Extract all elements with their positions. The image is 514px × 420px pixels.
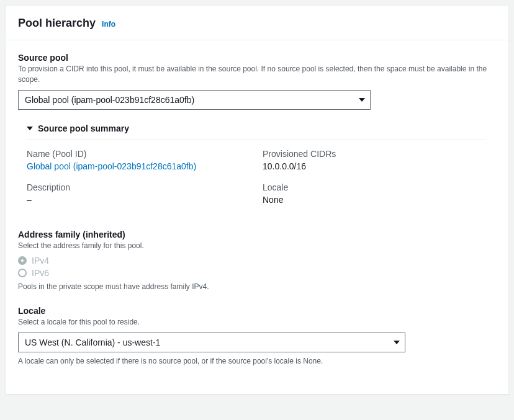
locale-label: Locale xyxy=(18,306,496,316)
radio-ipv6: IPv6 xyxy=(18,268,496,278)
summary-cidrs-label: Provisioned CIDRs xyxy=(263,149,486,159)
summary-locale: Locale None xyxy=(263,182,486,205)
radio-icon xyxy=(18,256,27,265)
locale-description: Select a locale for this pool to reside. xyxy=(18,317,496,328)
summary-name-label: Name (Pool ID) xyxy=(27,149,250,159)
address-family-hint: Pools in the private scope must have add… xyxy=(18,282,496,292)
summary-name-value-link[interactable]: Global pool (ipam-pool-023b91cf28c61a0fb… xyxy=(27,161,250,171)
locale-hint: A locale can only be selected if there i… xyxy=(18,356,496,367)
panel-body: Source pool To provision a CIDR into thi… xyxy=(6,40,508,394)
chevron-down-icon xyxy=(27,127,33,130)
source-pool-description: To provision a CIDR into this pool, it m… xyxy=(18,64,496,85)
locale-field: Locale Select a locale for this pool to … xyxy=(18,306,496,367)
radio-ipv4: IPv4 xyxy=(18,256,496,266)
source-pool-summary: Source pool summary Name (Pool ID) Globa… xyxy=(27,123,496,208)
panel-title: Pool hierarchy xyxy=(18,17,96,30)
locale-select-value: US West (N. California) - us-west-1 xyxy=(25,337,160,347)
address-family-field: Address family (inherited) Select the ad… xyxy=(18,230,496,293)
source-pool-label: Source pool xyxy=(18,53,496,63)
address-family-description: Select the address family for this pool. xyxy=(18,241,496,251)
chevron-down-icon xyxy=(394,341,400,344)
summary-name-pool-id: Name (Pool ID) Global pool (ipam-pool-02… xyxy=(27,149,250,171)
summary-header-label: Source pool summary xyxy=(38,123,129,133)
locale-select[interactable]: US West (N. California) - us-west-1 xyxy=(18,333,405,352)
summary-toggle[interactable]: Source pool summary xyxy=(27,123,129,133)
summary-cidrs-value: 10.0.0.0/16 xyxy=(263,161,486,171)
radio-ipv4-label: IPv4 xyxy=(32,256,49,266)
address-family-label: Address family (inherited) xyxy=(18,230,496,239)
panel-header: Pool hierarchy Info xyxy=(6,6,508,40)
summary-provisioned-cidrs: Provisioned CIDRs 10.0.0.0/16 xyxy=(263,149,486,171)
source-pool-field: Source pool To provision a CIDR into thi… xyxy=(18,53,496,110)
source-pool-select-value: Global pool (ipam-pool-023b91cf28c61a0fb… xyxy=(25,95,194,105)
radio-ipv6-label: IPv6 xyxy=(32,268,49,278)
chevron-down-icon xyxy=(359,98,365,102)
source-pool-select[interactable]: Global pool (ipam-pool-023b91cf28c61a0fb… xyxy=(18,90,371,110)
summary-locale-label: Locale xyxy=(263,182,486,192)
summary-description-value: – xyxy=(27,195,250,205)
summary-body: Name (Pool ID) Global pool (ipam-pool-02… xyxy=(27,140,486,208)
summary-locale-value: None xyxy=(263,195,486,205)
radio-icon xyxy=(18,269,27,277)
summary-description-label: Description xyxy=(27,182,250,192)
info-link[interactable]: Info xyxy=(102,20,115,29)
summary-description: Description – xyxy=(27,182,250,205)
pool-hierarchy-panel: Pool hierarchy Info Source pool To provi… xyxy=(5,5,509,395)
